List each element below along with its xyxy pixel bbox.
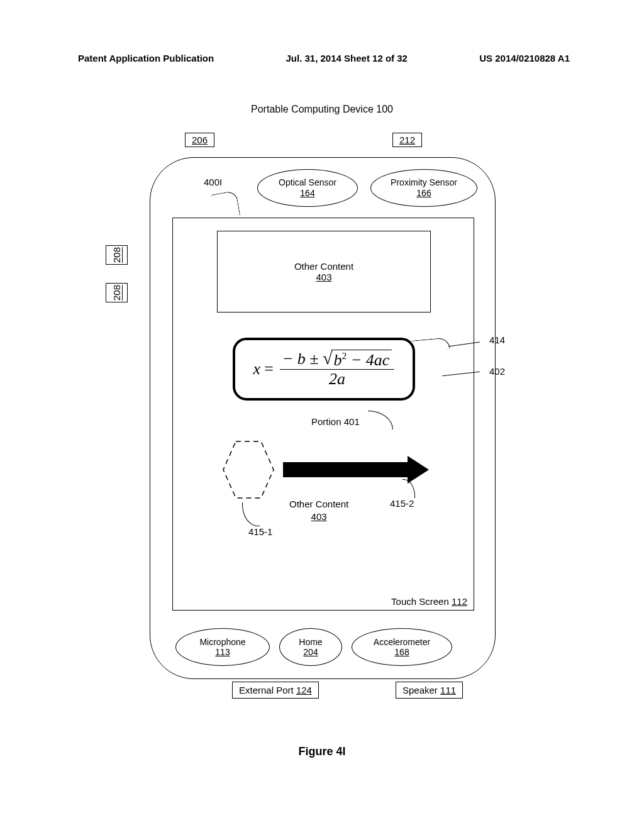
ref-208-b: 208 [106, 283, 128, 302]
proximity-label: Proximity Sensor [391, 177, 457, 188]
home-label: Home [299, 637, 322, 647]
equation-denominator: 2a [326, 370, 348, 389]
proximity-sensor: Proximity Sensor 166 [370, 169, 477, 207]
other-content-label-top: Other Content [294, 261, 353, 272]
page-header: Patent Application Publication Jul. 31, … [0, 53, 644, 64]
ext-port-num: 124 [296, 685, 312, 695]
header-left: Patent Application Publication [78, 53, 214, 64]
home-button: Home 204 [279, 628, 342, 666]
label-402: 402 [489, 366, 505, 377]
equation-fraction: − b ± √ b2 − 4ac 2a [280, 350, 395, 389]
leader-414-b [411, 337, 450, 351]
equation-lhs: x [253, 360, 261, 379]
swipe-arrow-icon [283, 462, 409, 477]
mic-num: 113 [215, 647, 230, 657]
mic-label: Microphone [199, 637, 245, 647]
sqrt-icon: √ b2 − 4ac [323, 350, 392, 370]
header-center: Jul. 31, 2014 Sheet 12 of 32 [286, 53, 407, 64]
ref-212: 212 [392, 133, 422, 147]
touch-screen-label: Touch Screen 112 [391, 596, 467, 607]
portion-401-label: Portion 401 [311, 416, 360, 427]
speaker-num: 111 [440, 685, 456, 695]
ref-208-a: 208 [106, 245, 128, 265]
accel-num: 168 [394, 647, 409, 657]
other-content-num-bottom: 403 [311, 511, 327, 522]
equation-under-sqrt: b2 − 4ac [331, 350, 392, 370]
equation-num-part1: − b ± [282, 350, 319, 368]
other-content-label-bottom: Other Content [289, 499, 348, 509]
label-414: 414 [489, 335, 505, 345]
label-415-1: 415-1 [248, 526, 272, 537]
leader-415-1 [242, 502, 260, 526]
ref-206: 206 [185, 133, 214, 147]
device-title: Portable Computing Device 100 [0, 104, 644, 115]
speaker-label: Speaker [402, 685, 438, 695]
optical-sensor: Optical Sensor 164 [257, 169, 358, 207]
home-num: 204 [303, 647, 318, 657]
optical-num: 164 [300, 188, 314, 199]
accel-label: Accelerometer [374, 637, 430, 647]
external-port: External Port 124 [232, 682, 319, 699]
leader-402 [442, 372, 480, 376]
svg-marker-0 [223, 441, 274, 498]
leader-400I [211, 191, 240, 219]
other-content-bottom: Other Content 403 [289, 498, 348, 523]
touch-screen-num: 112 [452, 596, 467, 607]
touch-screen-text: Touch Screen [391, 596, 449, 607]
gesture-origin-hexagon [220, 438, 277, 501]
other-content-box-top: Other Content 403 [217, 231, 431, 313]
optical-label: Optical Sensor [279, 177, 336, 188]
leader-portion-401 [368, 411, 393, 429]
accelerometer: Accelerometer 168 [352, 628, 452, 666]
figure-caption: Figure 4I [0, 745, 644, 758]
label-415-2: 415-2 [390, 498, 414, 509]
proximity-num: 166 [416, 188, 431, 199]
ext-port-label: External Port [239, 685, 294, 695]
device-outline: 206 212 400I Optical Sensor 164 Proximit… [150, 157, 496, 679]
touch-screen: Other Content 403 x = − b ± √ b2 − 4ac [172, 218, 474, 611]
label-400I: 400I [204, 177, 222, 187]
speaker: Speaker 111 [396, 682, 463, 699]
equation-box: x = − b ± √ b2 − 4ac 2a [233, 338, 415, 401]
leader-414-a [448, 342, 480, 347]
header-right: US 2014/0210828 A1 [479, 53, 570, 64]
other-content-num-top: 403 [316, 272, 331, 282]
microphone: Microphone 113 [175, 628, 270, 666]
